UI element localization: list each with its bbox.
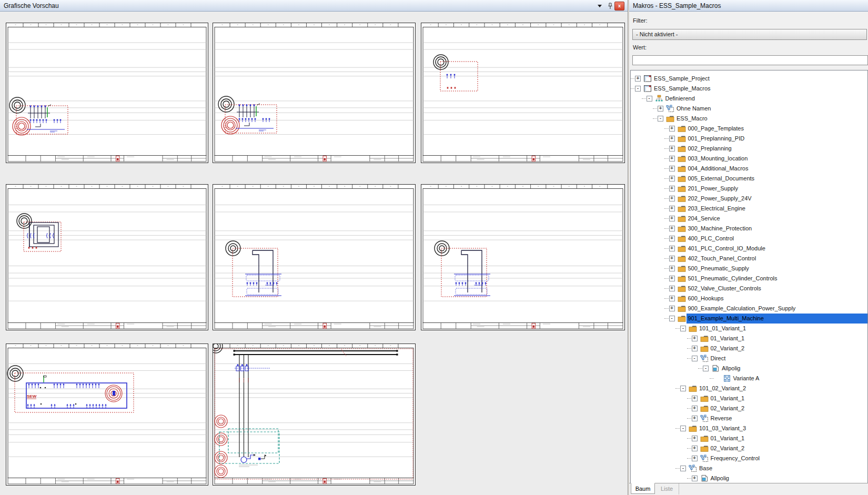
tree-item-101-01-variant-1[interactable]: -101_01_Variant_1 — [631, 324, 867, 334]
tree-item-base[interactable]: -Base — [631, 463, 867, 473]
tree-item-401-plc-control-io-module[interactable]: +401_PLC_Control_IO_Module — [631, 244, 867, 254]
tree-item-202-power-supply-24v[interactable]: +202_Power_Supply_24V — [631, 194, 867, 204]
expand-icon[interactable]: + — [669, 146, 675, 151]
expand-icon[interactable]: + — [669, 156, 675, 161]
collapse-icon[interactable]: - — [680, 386, 686, 391]
expand-icon[interactable]: + — [669, 126, 675, 132]
tree-item-ess-sample-project[interactable]: +ESS_Sample_Project — [631, 74, 867, 84]
tree-item-300-machine-protection[interactable]: +300_Machine_Protection — [631, 224, 867, 234]
expand-icon[interactable]: + — [692, 346, 698, 351]
tree-item-frequency-control[interactable]: +Frequency_Control — [631, 453, 867, 463]
tree-item-500-pneumatic-supply[interactable]: +500_Pneumatic_Supply — [631, 264, 867, 274]
expand-icon[interactable]: + — [669, 286, 675, 291]
expand-icon[interactable]: + — [669, 246, 675, 251]
tree-item-allpolig[interactable]: +Allpolig — [631, 473, 867, 483]
tree-item-204-service[interactable]: +204_Service — [631, 214, 867, 224]
expand-icon[interactable]: + — [669, 206, 675, 211]
preview-page-6[interactable] — [421, 184, 625, 330]
preview-page-4[interactable] — [6, 184, 208, 330]
collapse-icon[interactable]: - — [658, 116, 663, 122]
collapse-icon[interactable]: - — [680, 466, 686, 471]
collapse-icon[interactable]: - — [669, 316, 675, 321]
tree-item-02-variant-2[interactable]: +02_Variant_2 — [631, 403, 867, 413]
close-icon[interactable]: x — [614, 2, 624, 11]
tree-item-101-03-variant-3[interactable]: -101_03_Variant_3 — [631, 423, 867, 433]
expand-icon[interactable]: + — [669, 256, 675, 261]
tree-item-402-touch-panel-control[interactable]: +402_Touch_Panel_Control — [631, 254, 867, 264]
preview-page-3[interactable] — [421, 23, 625, 163]
tree-item-ess-macro[interactable]: -ESS_Macro — [631, 114, 867, 124]
tab-baum[interactable]: Baum — [631, 483, 655, 494]
tree-item-203-electrical-engine[interactable]: +203_Electrical_Engine — [631, 204, 867, 214]
tree-item-02-variant-2[interactable]: +02_Variant_2 — [631, 344, 867, 353]
expand-icon[interactable]: + — [669, 136, 675, 142]
tree-item-01-variant-1[interactable]: +01_Variant_1 — [631, 334, 867, 344]
tree-item-definierend[interactable]: -Definierend — [631, 94, 867, 104]
collapse-icon[interactable]: - — [647, 96, 652, 102]
expand-icon[interactable]: + — [692, 416, 698, 421]
collapse-icon[interactable]: - — [703, 366, 709, 371]
collapse-icon[interactable]: - — [680, 426, 686, 431]
tree-item-direct[interactable]: -Direct — [631, 353, 867, 363]
tree-item-002-preplanning[interactable]: +002_Preplanning — [631, 144, 867, 154]
tree-item-reverse[interactable]: +Reverse — [631, 413, 867, 423]
folder-icon — [700, 395, 709, 402]
tree-item-allpolig[interactable]: -Allpolig — [631, 363, 867, 373]
collapse-icon[interactable]: - — [680, 326, 686, 331]
expand-icon[interactable]: + — [669, 276, 675, 281]
collapse-icon[interactable]: - — [692, 356, 698, 361]
filter-value-field[interactable]: - Nicht aktiviert - — [632, 29, 867, 40]
value-input[interactable] — [632, 55, 868, 65]
expand-icon[interactable]: + — [669, 216, 675, 221]
expand-icon[interactable]: + — [635, 76, 641, 82]
expand-icon[interactable]: + — [692, 396, 698, 401]
tree-item-02-variant-2[interactable]: +02_Variant_2 — [631, 443, 867, 453]
chevron-down-icon[interactable] — [596, 0, 603, 12]
expand-icon[interactable]: + — [692, 446, 698, 451]
expand-icon[interactable]: + — [669, 226, 675, 231]
tree-item-01-variant-1[interactable]: +01_Variant_1 — [631, 433, 867, 443]
tree-item-400-plc-control[interactable]: +400_PLC_Control — [631, 234, 867, 244]
tree-item-001-preplanning-pid[interactable]: +001_Preplanning_PID — [631, 134, 867, 144]
tree-item-01-variant-1[interactable]: +01_Variant_1 — [631, 393, 867, 403]
tree-item-ess-sample-macros[interactable]: -ESS_Sample_Macros — [631, 84, 867, 94]
tree-item-600-hookups[interactable]: +600_Hookups — [631, 294, 867, 304]
tree-item-variante-a[interactable]: Variante A — [631, 373, 867, 383]
expand-icon[interactable]: + — [669, 196, 675, 201]
expand-icon[interactable]: + — [692, 436, 698, 441]
expand-icon[interactable]: + — [692, 456, 698, 461]
expand-icon[interactable]: + — [669, 266, 675, 271]
collapse-icon[interactable]: - — [635, 86, 641, 92]
preview-page-7[interactable]: SEW — [6, 344, 208, 486]
tree-item-501-pneumatic-cylinder-controls[interactable]: +501_Pneumatic_Cylinder_Controls — [631, 274, 867, 284]
expand-icon[interactable]: + — [692, 406, 698, 411]
tree-item-005-external-documents[interactable]: +005_External_Documents — [631, 174, 867, 184]
tree-item-101-02-variant-2[interactable]: -101_02_Variant_2 — [631, 383, 867, 393]
tree-item-201-power-supply[interactable]: +201_Power_Supply — [631, 184, 867, 194]
expand-icon[interactable]: + — [669, 306, 675, 311]
expand-icon[interactable]: + — [658, 106, 663, 112]
tree-item-000-page-templates[interactable]: +000_Page_Templates — [631, 124, 867, 134]
tree-item-004-additional-macros[interactable]: +004_Additional_Macros — [631, 164, 867, 174]
preview-page-5[interactable] — [213, 184, 416, 330]
tree-item-502-valve-cluster-controls[interactable]: +502_Valve_Cluster_Controls — [631, 284, 867, 294]
preview-page-8[interactable] — [213, 344, 416, 486]
right-panel-titlebar: Makros - ESS_Sample_Macros — [629, 0, 868, 12]
tree-item-003-mounting-location[interactable]: +003_Mounting_location — [631, 154, 867, 164]
tree-item-901-example-multi-machine[interactable]: -901_Example_Multi_Machine — [631, 314, 867, 324]
preview-page-2[interactable] — [213, 23, 416, 163]
preview-page-1[interactable] — [6, 23, 208, 163]
tree-item-900-example-calculation-power-supply[interactable]: +900_Example_Calculation_Power_Supply — [631, 304, 867, 314]
macro-tree[interactable]: +ESS_Sample_Project-ESS_Sample_Macros-De… — [630, 70, 868, 483]
tree-item-label: 02_Variant_2 — [709, 345, 746, 351]
expand-icon[interactable]: + — [669, 186, 675, 191]
expand-icon[interactable]: + — [669, 176, 675, 181]
expand-icon[interactable]: + — [669, 296, 675, 301]
expand-icon[interactable]: + — [669, 166, 675, 171]
tab-liste[interactable]: Liste — [655, 483, 679, 494]
pin-icon[interactable] — [607, 0, 614, 12]
tree-item-ohne-namen[interactable]: +Ohne Namen — [631, 104, 867, 114]
expand-icon[interactable]: + — [692, 336, 698, 341]
expand-icon[interactable]: + — [669, 236, 675, 241]
expand-icon[interactable]: + — [692, 476, 698, 481]
